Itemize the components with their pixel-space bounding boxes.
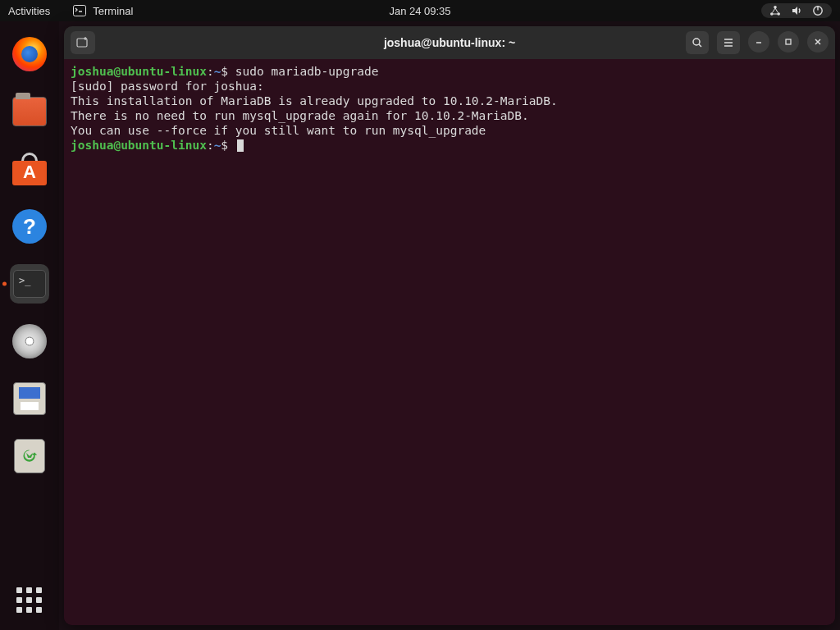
dock-help[interactable]: ? (10, 207, 49, 246)
hamburger-icon (723, 37, 734, 48)
maximize-button[interactable] (778, 31, 799, 52)
help-icon: ? (12, 209, 47, 244)
dock-firefox[interactable] (10, 34, 49, 74)
terminal-icon (73, 5, 86, 16)
top-app-indicator[interactable]: Terminal (73, 5, 133, 17)
system-tray[interactable] (761, 3, 832, 18)
close-icon (813, 37, 823, 47)
svg-rect-8 (786, 39, 791, 44)
gnome-top-bar: Activities Terminal Jan 24 09:35 (0, 0, 840, 21)
new-tab-button[interactable] (71, 31, 95, 54)
terminal-output[interactable]: joshua@ubuntu-linux:~$ sudo mariadb-upgr… (64, 59, 835, 625)
minimize-button[interactable] (748, 31, 769, 52)
trash-icon (14, 439, 45, 473)
files-icon (12, 97, 47, 126)
volume-icon (791, 5, 802, 16)
hamburger-menu-button[interactable] (717, 31, 740, 54)
dock-software[interactable]: A (10, 149, 49, 189)
clock[interactable]: Jan 24 09:35 (389, 5, 450, 17)
dock-trash[interactable] (10, 436, 49, 476)
search-icon (692, 37, 703, 48)
search-button[interactable] (686, 31, 709, 54)
activities-button[interactable]: Activities (8, 5, 50, 17)
firefox-icon (12, 37, 47, 71)
window-title: joshua@ubuntu-linux: ~ (384, 36, 515, 49)
svg-rect-5 (817, 7, 818, 11)
terminal-window: joshua@ubuntu-linux: ~ joshua@ubuntu-lin… (64, 26, 835, 625)
disk-icon (12, 324, 47, 358)
dock-files[interactable] (10, 92, 49, 131)
terminal-app-icon: >_ (13, 270, 46, 298)
svg-point-7 (693, 39, 700, 45)
top-app-name: Terminal (93, 5, 133, 17)
show-applications-button[interactable] (16, 587, 43, 614)
network-icon (769, 5, 781, 16)
texteditor-icon (13, 382, 46, 415)
svg-rect-0 (74, 6, 86, 16)
new-tab-icon (76, 37, 89, 48)
minimize-icon (754, 37, 764, 47)
software-icon: A (12, 153, 47, 185)
window-titlebar: joshua@ubuntu-linux: ~ (64, 26, 835, 59)
dock-texteditor[interactable] (10, 379, 49, 418)
dock-terminal[interactable]: >_ (10, 264, 49, 304)
maximize-icon (783, 37, 793, 47)
dock-disk[interactable] (10, 322, 49, 361)
close-button[interactable] (807, 31, 829, 52)
dock: A ? >_ (0, 21, 59, 630)
power-icon (812, 5, 824, 16)
